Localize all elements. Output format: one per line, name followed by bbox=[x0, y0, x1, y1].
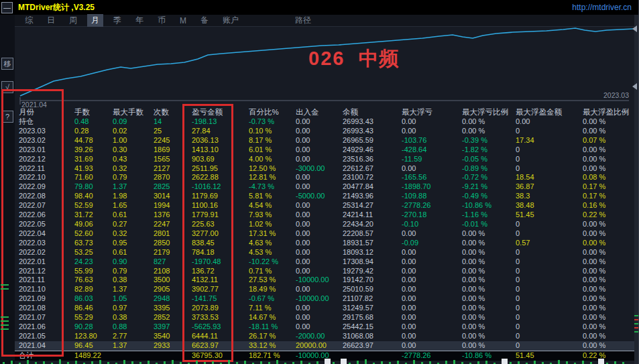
column-header[interactable]: 出入金 bbox=[292, 107, 339, 117]
table-row[interactable]: 2022.0631.720.6113761779.917.93 %0.00242… bbox=[15, 210, 635, 220]
table-cell: 17.31 % bbox=[245, 229, 292, 239]
column-header[interactable]: 最大浮亏 bbox=[398, 107, 458, 117]
table-row[interactable]: 2022.0253.250.612179784.184.53 %0.001809… bbox=[15, 248, 635, 257]
table-row[interactable]: 2021.1082.891.3729053902.7718.49 %0.0025… bbox=[15, 285, 635, 294]
table-row[interactable]: 2021.0986.031.052948-141.75-0.67 %-10000… bbox=[15, 294, 635, 304]
table-row[interactable]: 2022.0452.600.3228013277.0017.31 %0.0022… bbox=[15, 229, 635, 239]
column-header[interactable]: 百分比% bbox=[245, 107, 292, 117]
table-cell: 20000.00 bbox=[292, 341, 339, 351]
menu-item-年[interactable]: 年 bbox=[131, 14, 148, 27]
table-cell: 0.00 % bbox=[458, 248, 512, 257]
activity-bar bbox=[598, 359, 604, 364]
table-cell: 1179.69 bbox=[188, 192, 245, 201]
table-cell: 21107.82 bbox=[339, 294, 398, 304]
table-cell: 1994 bbox=[150, 201, 188, 210]
menu-item-M[interactable]: M bbox=[176, 15, 190, 26]
menu-item-季[interactable]: 季 bbox=[109, 14, 125, 27]
column-header[interactable]: 最大浮亏比例 bbox=[458, 107, 512, 117]
column-header[interactable]: 次数 bbox=[150, 107, 188, 117]
table-cell: -0.49 % bbox=[458, 192, 512, 201]
table-row[interactable]: 2022.0363.730.952850838.454.63 %0.001893… bbox=[15, 239, 635, 248]
column-header[interactable]: 最大浮盈比例 bbox=[579, 107, 635, 117]
table-cell: 0.00 bbox=[292, 210, 339, 220]
table-row[interactable]: 2022.0752.591.6519941100.164.54 %0.00253… bbox=[15, 201, 635, 210]
app-window: — MTDriver统计 ,V3.25 http://mtdriver.cn 移… bbox=[0, 0, 639, 364]
activity-bar bbox=[413, 360, 415, 364]
table-row[interactable]: 2021.1255.990.792108136.720.71 %0.001927… bbox=[15, 267, 635, 276]
website-link[interactable]: http://mtdriver.cn bbox=[572, 3, 632, 12]
table-cell: 0 bbox=[512, 220, 579, 229]
menu-item-币[interactable]: 币 bbox=[154, 14, 170, 27]
table-row[interactable]: 2021.0496.451.3729336623.9733.12 %20000.… bbox=[15, 341, 635, 351]
table-cell: 18093.12 bbox=[339, 248, 398, 257]
table-cell: -4.73 % bbox=[245, 182, 292, 192]
menu-item-月[interactable]: 月 bbox=[87, 14, 103, 27]
table-cell: 0.00 % bbox=[579, 304, 635, 313]
column-header[interactable]: 月份 bbox=[15, 107, 70, 117]
table-row[interactable]: 2023.0139.260.3018691413.106.01 %0.00249… bbox=[15, 145, 635, 155]
table-cell: 0.00 % bbox=[458, 257, 512, 267]
check-tool-button[interactable]: √ bbox=[1, 81, 13, 93]
activity-bar bbox=[300, 361, 302, 364]
table-cell: 29175.68 bbox=[339, 313, 398, 322]
activity-bar bbox=[148, 361, 150, 364]
column-header[interactable]: 手数 bbox=[70, 107, 109, 117]
table-row[interactable]: 2021.0755.290.3828523733.5314.67 %0.0029… bbox=[15, 313, 635, 322]
table-row[interactable]: 2021.05123.802.7735406444.1126.17 %-2000… bbox=[15, 332, 635, 341]
table-cell: 49.06 bbox=[70, 220, 109, 229]
menu-item-备[interactable]: 备 bbox=[196, 14, 213, 27]
table-row[interactable]: 2021.1176.630.3835004132.1127.53 %-10000… bbox=[15, 276, 635, 285]
vertical-scrollbar[interactable] bbox=[634, 15, 638, 364]
move-tool-button[interactable]: 移 bbox=[1, 58, 13, 70]
menu-item-综[interactable]: 综 bbox=[21, 14, 37, 27]
table-row[interactable]: 2022.0898.401.9830141179.695.81 %-5000.0… bbox=[15, 192, 635, 201]
table-row[interactable]: 2023.030.280.022527.840.10 %0.0026993.43… bbox=[15, 127, 635, 136]
table-cell: 784.18 bbox=[188, 248, 245, 257]
table-cell: 2023.01 bbox=[15, 145, 70, 155]
axis-end-label: 2023.03 bbox=[603, 91, 629, 99]
column-header[interactable]: 盈亏金额 bbox=[188, 107, 245, 117]
edge-mark bbox=[1, 316, 9, 318]
table-row[interactable]: 2022.0124.230.90827-1970.48-10.22 %0.001… bbox=[15, 257, 635, 267]
table-row[interactable]: 2022.1141.930.3221272511.9512.50 %-3000.… bbox=[15, 164, 635, 174]
table-cell: 31.72 bbox=[70, 210, 109, 220]
table-cell: 0.00 bbox=[398, 248, 458, 257]
table-row[interactable]: 2022.1071.600.7928702622.8812.81 %0.0023… bbox=[15, 173, 635, 182]
column-header[interactable]: 余额 bbox=[339, 107, 398, 117]
table-cell: 2021.11 bbox=[15, 276, 70, 285]
menu-item-周[interactable]: 周 bbox=[65, 14, 81, 27]
scroll-arrow-icon[interactable] bbox=[632, 83, 637, 90]
table-cell: 2021.07 bbox=[15, 313, 70, 322]
menu-item-path[interactable]: 路径 bbox=[291, 14, 315, 27]
scroll-arrow-icon[interactable] bbox=[632, 25, 637, 32]
table-cell: 31249.57 bbox=[339, 304, 398, 313]
table-cell: 0 bbox=[512, 322, 579, 332]
table-cell: 2108 bbox=[150, 267, 188, 276]
menu-item-日[interactable]: 日 bbox=[43, 14, 59, 27]
edge-mark bbox=[1, 284, 9, 286]
edge-mark bbox=[1, 324, 9, 326]
table-row[interactable]: 2022.0549.060.272247225.631.02 %0.002243… bbox=[15, 220, 635, 229]
table-cell: 2511.95 bbox=[188, 164, 245, 174]
table-cell: 52.60 bbox=[70, 229, 109, 239]
table-cell: -1970.48 bbox=[188, 257, 245, 267]
table-cell: 1.37 bbox=[109, 285, 150, 294]
table-row[interactable]: 2021.0886.460.9733952073.897.11 %0.00312… bbox=[15, 304, 635, 313]
minimize-icon[interactable]: — bbox=[1, 2, 13, 13]
table-row[interactable]: 2022.1231.690.431565903.694.00 %0.002351… bbox=[15, 155, 635, 164]
menu-item-账户[interactable]: 账户 bbox=[219, 14, 243, 27]
table-cell: 2905 bbox=[150, 285, 188, 294]
table-cell: 6444.11 bbox=[188, 332, 245, 341]
column-header[interactable]: 最大手数 bbox=[109, 107, 150, 117]
activity-bar bbox=[196, 361, 198, 364]
table-row[interactable]: 持仓0.480.0914-198.13-0.73 %0.0026993.430.… bbox=[15, 117, 635, 127]
table-cell: 2933 bbox=[150, 341, 188, 351]
edge-mark bbox=[1, 288, 9, 290]
table-row[interactable]: 2023.0244.781.0022452036.138.17 %0.00269… bbox=[15, 136, 635, 145]
table-row[interactable]: 2022.0979.801.372825-1016.12-4.73 %0.002… bbox=[15, 182, 635, 192]
activity-bar bbox=[429, 361, 431, 364]
table-row[interactable]: 2021.0690.280.883397-5625.93-18.11 %0.00… bbox=[15, 322, 635, 332]
column-header[interactable]: 最大浮盈金额 bbox=[512, 107, 579, 117]
table-cell: 0.22 % bbox=[579, 210, 635, 220]
help-button[interactable]: ? bbox=[1, 111, 13, 123]
